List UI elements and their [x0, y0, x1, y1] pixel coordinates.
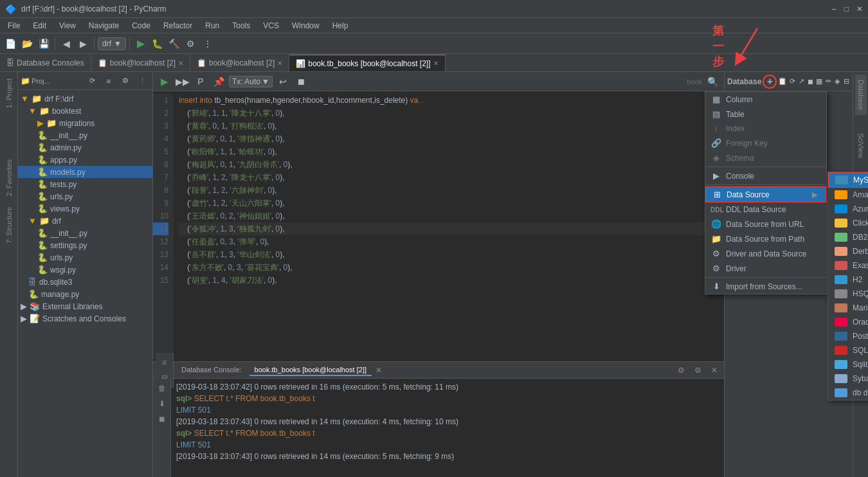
menu-refactor[interactable]: Refactor [158, 20, 197, 32]
tree-wsgi[interactable]: 🐍 wsgi.py [18, 264, 152, 276]
tx-dropdown[interactable]: Tx: Auto ▼ [229, 76, 273, 87]
tree-apps[interactable]: 🐍 apps.py [18, 154, 152, 166]
cm-foreign-key[interactable]: 🔗 Foreign Key [705, 136, 826, 150]
tree-drf-root[interactable]: ▼ 📁 drf F:\drf [18, 93, 152, 105]
run-query-btn[interactable]: ▶ [157, 74, 172, 89]
cm-import[interactable]: ⬇ Import from Sources... [705, 279, 826, 294]
cm-ds-path[interactable]: 📁 Data Source from Path [705, 231, 826, 246]
sm-mariadb[interactable]: MariaDB [828, 301, 868, 315]
tab-database-consoles[interactable]: 🗄 Database Consoles [0, 55, 91, 71]
sm-postgres[interactable]: PostgreSQL [828, 329, 868, 343]
settings-btn[interactable]: ⚙ [183, 36, 199, 51]
tab-book-1-close[interactable]: ✕ [178, 60, 183, 67]
build-btn[interactable]: 🔨 [167, 36, 182, 51]
menu-window[interactable]: Window [287, 20, 325, 32]
db-add-btn[interactable]: + [763, 74, 777, 89]
menu-navigate[interactable]: Navigate [84, 20, 124, 32]
cm-index[interactable]: i Index [705, 122, 826, 136]
menu-edit[interactable]: Edit [28, 20, 51, 32]
cm-ddl-ds[interactable]: DDL DDL Data Source [705, 203, 826, 217]
sm-hsqldb[interactable]: HSQLDB [828, 287, 868, 301]
bottom-tab-close[interactable]: ✕ [375, 366, 382, 375]
menu-vcs[interactable]: VCS [258, 20, 284, 32]
back-btn[interactable]: ◀ [59, 36, 74, 51]
bottom-close-btn[interactable]: ✕ [707, 363, 721, 377]
window-controls[interactable]: – □ ✕ [832, 4, 863, 14]
bottom-tab-console[interactable]: Database Console: [176, 364, 247, 376]
menu-help[interactable]: Help [327, 20, 354, 32]
maximize-btn[interactable]: □ [844, 4, 849, 14]
sm-azure[interactable]: Azure [828, 202, 868, 216]
tree-settings[interactable]: 🐍 settings.py [18, 239, 152, 251]
breadcrumb[interactable]: drf ▼ [98, 37, 126, 50]
sm-sqlserver[interactable]: SQL Server [828, 343, 868, 357]
run-file-btn[interactable]: ▶▶ [175, 74, 190, 89]
tree-manage[interactable]: 🐍 manage.py [18, 288, 152, 300]
cm-data-source[interactable]: ⊞ Data Source ▶ [705, 186, 826, 203]
tree-drf-inner[interactable]: ▼ 📁 drf [18, 215, 152, 227]
new-file-btn[interactable]: 📄 [3, 36, 18, 51]
tree-tests[interactable]: 🐍 tests.py [18, 178, 152, 190]
sm-dbdriver[interactable]: db driver [828, 386, 868, 400]
db-schema-btn[interactable]: ◈ [833, 74, 841, 89]
sm-db2[interactable]: DB2 [828, 230, 868, 244]
bottom-tab-tbbooks[interactable]: book.tb_books [book@localhost [2]] [249, 364, 372, 376]
redo-btn[interactable]: ⏹ [293, 74, 309, 89]
fwd-btn[interactable]: ▶ [75, 36, 91, 51]
code-editor[interactable]: 12345 678910 11 12131415 insert into tb_… [153, 91, 724, 361]
right-tab-database[interactable]: Database [855, 75, 867, 115]
console-stop-btn[interactable]: ⏹ [155, 412, 169, 426]
cm-console[interactable]: ▶ Console [705, 168, 826, 183]
save-btn[interactable]: 💾 [36, 36, 51, 51]
cm-ds-url[interactable]: 🌐 Data Source from URL [705, 217, 826, 231]
tab-book-localhost-1[interactable]: 📋 book@localhost [2] ✕ [91, 55, 190, 71]
sm-oracle[interactable]: Oracle [828, 315, 868, 329]
sm-derby[interactable]: Derby [828, 244, 868, 258]
menu-run[interactable]: Run [200, 20, 224, 32]
tree-admin[interactable]: 🐍 admin.py [18, 141, 152, 154]
right-tab-sciview[interactable]: SciView [855, 128, 867, 163]
menu-view[interactable]: View [54, 20, 81, 32]
sidebar-tab-project[interactable]: 1: Project [3, 75, 15, 112]
project-collapse-btn[interactable]: ≡ [101, 73, 116, 89]
menu-tools[interactable]: Tools [227, 20, 255, 32]
cm-table[interactable]: ▤ Table [705, 107, 826, 122]
db-filter-btn[interactable]: ⊟ [842, 74, 850, 89]
console-clear-btn[interactable]: 🗑 [155, 381, 169, 395]
cm-schema[interactable]: ◈ Schema [705, 150, 826, 165]
sidebar-tab-structure[interactable]: 7: Structure [3, 203, 15, 248]
open-btn[interactable]: 📂 [19, 36, 35, 51]
project-sync-btn[interactable]: ⟳ [84, 73, 100, 89]
tree-init-2[interactable]: 🐍 __init__.py [18, 227, 152, 239]
sm-clickhouse[interactable]: ClickHouse [828, 216, 868, 230]
tree-views[interactable]: 🐍 views.py [18, 203, 152, 215]
tree-booktest[interactable]: ▼ 📁 booktest [18, 105, 152, 117]
pin-btn[interactable]: 📌 [211, 74, 226, 89]
tree-urls-2[interactable]: 🐍 urls.py [18, 251, 152, 264]
bottom-sidebar-btn1[interactable]: ≡ [158, 356, 172, 370]
cm-driver[interactable]: ⚙ Driver [705, 261, 826, 276]
cm-column[interactable]: ▦ Column [705, 92, 826, 107]
cm-driver-ds[interactable]: ⚙ Driver and Data Source [705, 246, 826, 261]
tree-models[interactable]: 🐍 models.py [18, 166, 152, 178]
bottom-config-btn[interactable]: ⚙ [691, 363, 705, 377]
tree-sqlite[interactable]: 🗄 db.sqlite3 [18, 276, 152, 288]
more-btn[interactable]: ⋮ [200, 36, 215, 51]
sm-amazon[interactable]: Amazon Redshift [828, 188, 868, 202]
bottom-settings-btn[interactable]: ⚙ [674, 363, 688, 377]
tree-ext-libs[interactable]: ▶ 📚 External Libraries [18, 300, 152, 312]
sm-mysql[interactable]: MySQL [828, 172, 868, 188]
sm-h2[interactable]: H2 [828, 273, 868, 287]
minimize-btn[interactable]: – [832, 4, 836, 14]
sm-exasol[interactable]: Exasol [828, 258, 868, 273]
tab-book-localhost-2[interactable]: 📋 book@localhost [2] ✕ [190, 55, 289, 71]
menu-file[interactable]: File [3, 20, 25, 32]
tab-book-2-close[interactable]: ✕ [277, 60, 282, 67]
project-more-btn[interactable]: ⋮ [134, 73, 150, 89]
tab-tb-books[interactable]: 📊 book.tb_books [book@localhost [2]] ✕ [289, 55, 445, 71]
tree-urls-1[interactable]: 🐍 urls.py [18, 190, 152, 203]
bookmark-btn[interactable]: P [193, 74, 208, 89]
close-btn[interactable]: ✕ [856, 4, 863, 14]
menu-code[interactable]: Code [127, 20, 156, 32]
plus-circle-btn[interactable]: + [763, 75, 777, 89]
